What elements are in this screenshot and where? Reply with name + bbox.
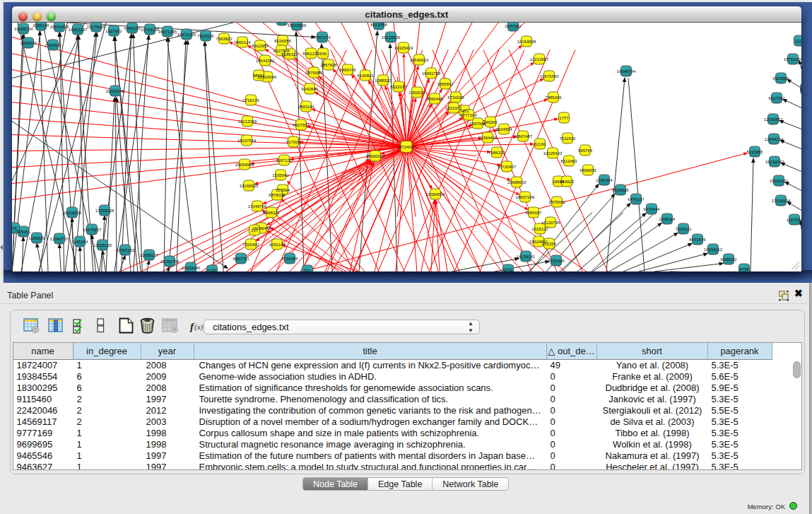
svg-text:62160: 62160 [534,141,546,146]
svg-text:(x): (x) [194,322,204,332]
svg-text:1145194: 1145194 [72,239,89,243]
svg-text:371: 371 [304,268,312,271]
svg-text:1588520: 1588520 [375,78,392,82]
svg-text:15751074: 15751074 [784,57,801,61]
svg-text:9777169: 9777169 [460,112,477,117]
svg-text:14055724: 14055724 [14,26,33,30]
svg-text:20206535: 20206535 [63,210,82,214]
svg-text:7663822: 7663822 [216,36,233,40]
svg-text:137: 137 [251,228,259,232]
svg-text:1535940: 1535940 [272,173,289,177]
svg-text:9227342: 9227342 [768,95,785,100]
svg-text:3267130: 3267130 [276,158,293,162]
svg-text:14325419: 14325419 [394,45,413,49]
svg-text:9738: 9738 [739,267,749,271]
svg-text:8113463: 8113463 [561,158,578,163]
svg-text:12774: 12774 [800,86,801,90]
svg-text:16648784: 16648784 [617,69,636,73]
svg-text:2718176: 2718176 [242,98,259,102]
svg-text:18724007: 18724007 [397,144,416,148]
svg-text:9146821: 9146821 [357,73,374,77]
svg-text:12342737: 12342737 [50,236,69,240]
svg-text:3716485: 3716485 [281,256,298,260]
svg-text:16543382: 16543382 [256,58,275,62]
svg-text:10807487: 10807487 [514,134,533,138]
svg-text:917006: 917006 [286,139,301,144]
svg-text:1615132: 1615132 [531,226,548,230]
svg-text:98961: 98961 [253,73,265,77]
svg-text:16120746: 16120746 [541,220,560,224]
svg-text:17046766: 17046766 [248,204,267,208]
svg-text:10958107: 10958107 [140,252,159,257]
svg-text:9860124: 9860124 [234,40,251,44]
svg-text:7032621: 7032621 [675,226,692,230]
svg-text:7986322: 7986322 [488,150,505,154]
svg-text:2867608: 2867608 [320,62,337,66]
svg-text:7511530: 7511530 [560,136,577,140]
svg-text:5498222: 5498222 [263,210,280,214]
svg-text:1777: 1777 [559,115,569,119]
svg-text:8813054: 8813054 [370,23,387,27]
svg-text:15720407: 15720407 [498,164,517,168]
svg-text:17957253: 17957253 [116,247,135,252]
svg-text:17016504: 17016504 [772,198,791,202]
svg-text:8471676: 8471676 [689,237,706,241]
svg-text:6990448: 6990448 [426,96,443,100]
svg-text:9899695: 9899695 [579,168,596,172]
svg-text:5461234: 5461234 [302,51,319,55]
svg-text:21364436: 21364436 [478,135,498,139]
svg-text:3624554: 3624554 [495,127,512,131]
svg-text:8322037: 8322037 [390,84,407,88]
svg-text:8938928: 8938928 [612,187,629,192]
svg-text:1112: 1112 [795,38,801,42]
svg-text:1292: 1292 [207,268,217,271]
svg-text:9242845: 9242845 [301,86,318,90]
svg-text:19384554: 19384554 [426,192,445,196]
svg-text:8878335: 8878335 [269,192,286,197]
svg-text:2069146: 2069146 [33,23,49,27]
svg-text:6479197: 6479197 [628,197,645,201]
svg-text:10719155: 10719155 [141,27,160,31]
svg-text:12093852: 12093852 [764,117,783,121]
svg-text:8186323: 8186323 [281,52,298,56]
svg-text:954923: 954923 [560,179,575,183]
svg-text:18107554: 18107554 [237,138,257,142]
svg-text:546: 546 [319,51,327,55]
svg-text:1362615: 1362615 [408,90,425,94]
svg-text:9329966: 9329966 [772,76,789,80]
svg-text:16782759: 16782759 [160,259,180,263]
svg-text:10654112: 10654112 [704,247,723,251]
svg-text:9857791: 9857791 [233,256,249,260]
svg-text:73: 73 [12,226,17,230]
svg-text:12505135: 12505135 [93,243,112,247]
svg-text:7857274: 7857274 [314,35,331,39]
svg-text:16033809: 16033809 [288,23,307,27]
svg-text:7625402: 7625402 [242,242,259,246]
svg-text:6734028: 6734028 [447,95,464,99]
svg-text:10973493: 10973493 [540,74,559,78]
svg-text:16961758: 16961758 [422,71,441,75]
svg-text:1527602: 1527602 [105,28,122,33]
svg-text:735061: 735061 [16,229,31,233]
svg-text:7515526: 7515526 [197,33,214,37]
svg-text:8427552: 8427552 [293,122,310,127]
svg-text:7485006: 7485006 [545,95,562,99]
svg-text:18807249: 18807249 [516,194,535,199]
svg-text:1405572: 1405572 [20,40,37,45]
svg-text:29300273: 29300273 [366,153,385,158]
svg-text:12213369: 12213369 [238,119,257,123]
svg-text:16210643: 16210643 [765,159,784,163]
svg-text:10025433: 10025433 [543,151,563,155]
svg-text:8215955: 8215955 [746,149,763,153]
svg-text:1733426: 1733426 [548,258,565,262]
svg-text:19166825: 19166825 [240,183,259,187]
svg-text:14136141: 14136141 [517,254,536,258]
svg-text:12923446: 12923446 [182,265,201,269]
svg-text:2687682: 2687682 [505,23,522,28]
svg-text:18640910: 18640910 [410,57,429,62]
svg-text:3875685: 3875685 [305,70,322,74]
svg-text:1975692: 1975692 [548,199,565,204]
svg-text:1156829: 1156829 [29,235,46,240]
svg-text:9245652: 9245652 [720,257,737,261]
svg-text:12444154: 12444154 [765,136,784,141]
